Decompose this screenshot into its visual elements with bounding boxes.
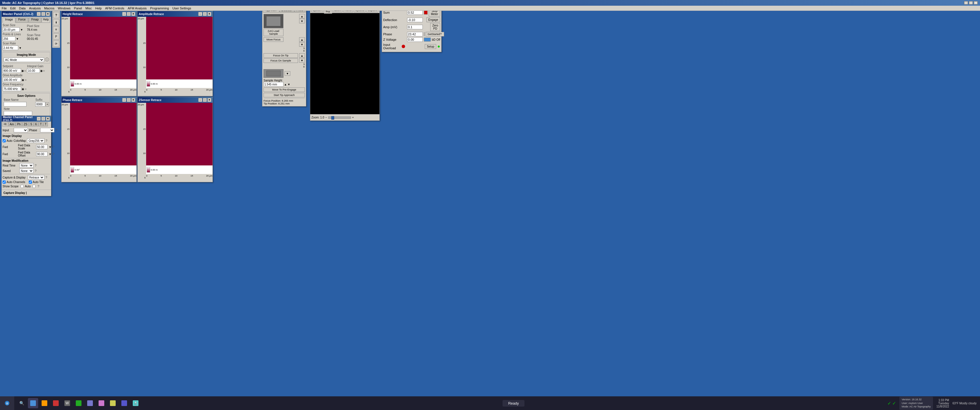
- ch-tab-ph[interactable]: Ph: [16, 122, 22, 126]
- pr-close-btn[interactable]: ✕: [131, 98, 135, 102]
- arrow-down3-btn[interactable]: ▼: [299, 58, 305, 63]
- menu-macros[interactable]: Macros: [43, 6, 56, 10]
- scan-rate-input[interactable]: [3, 46, 18, 50]
- ch-tab-t2[interactable]: T: [43, 122, 48, 126]
- deflection-input[interactable]: [407, 17, 423, 22]
- ar-close-btn[interactable]: ✕: [207, 12, 212, 16]
- menu-data[interactable]: Data: [18, 6, 27, 10]
- ch-tab-6[interactable]: 6: [34, 122, 38, 126]
- drive-amplitude-input[interactable]: [3, 78, 21, 82]
- taskbar-icon3[interactable]: [51, 398, 61, 408]
- move-pre-engage-btn[interactable]: Move To Pre-Engage: [264, 87, 305, 92]
- tab-fmap[interactable]: Fmap: [29, 17, 41, 23]
- start-tip-approach-btn[interactable]: Start Tip Approach: [264, 93, 305, 97]
- drive-amp-radio2[interactable]: ○: [25, 78, 27, 81]
- setup-btn[interactable]: Setup: [425, 44, 436, 49]
- fwd-offset-input[interactable]: [36, 152, 48, 156]
- ar-min-btn[interactable]: ─: [198, 12, 202, 16]
- sum-input[interactable]: [407, 10, 423, 15]
- zvoltage-input[interactable]: [407, 37, 423, 42]
- sample-height-arrow2[interactable]: ▼: [288, 83, 290, 86]
- auto-scope-checkbox[interactable]: [32, 185, 36, 188]
- menu-misc[interactable]: Misc: [84, 6, 94, 10]
- menu-usersettings[interactable]: User Settings: [171, 6, 193, 10]
- suffix-add-btn[interactable]: +: [46, 102, 49, 106]
- scan-size-input[interactable]: [3, 27, 20, 32]
- pr-max-btn[interactable]: □: [127, 98, 131, 102]
- menu-file[interactable]: File: [0, 6, 8, 10]
- menu-afmanalysis[interactable]: AFM Analysis: [126, 6, 148, 10]
- drive-freq-radio2[interactable]: ○: [25, 87, 27, 91]
- menu-panel[interactable]: Panel: [72, 6, 84, 10]
- zoom-slider[interactable]: [328, 116, 351, 119]
- master-minimize-btn[interactable]: ─: [37, 12, 41, 16]
- arrow-up2-btn[interactable]: ▲: [299, 37, 305, 42]
- amp-input[interactable]: [407, 25, 423, 29]
- cp-close-btn[interactable]: ✕: [46, 117, 50, 121]
- tab-image[interactable]: Image: [3, 17, 15, 23]
- phase-sum-input[interactable]: [407, 32, 423, 37]
- cp-min-btn[interactable]: ─: [37, 117, 41, 121]
- realtime-select[interactable]: None: [19, 163, 33, 168]
- cp-max-btn[interactable]: □: [41, 117, 45, 121]
- height-retrace-titlebar[interactable]: Height Retrace ─ □ ✕: [62, 11, 137, 17]
- sample-height-input[interactable]: [264, 82, 283, 87]
- arrow-down2-btn[interactable]: ▼: [299, 42, 305, 47]
- auto-checkbox[interactable]: [3, 139, 6, 142]
- toolbar-path-icon[interactable]: ⟳: [53, 40, 59, 47]
- taskbar-icon6[interactable]: [85, 398, 95, 408]
- ch-tab-t1[interactable]: T: [38, 122, 43, 126]
- taskbar-start-btn[interactable]: ⊞: [0, 396, 14, 410]
- tab-force[interactable]: Force: [16, 17, 29, 23]
- taskbar-icon8[interactable]: [108, 398, 118, 408]
- taskbar-icon4[interactable]: W: [62, 398, 72, 408]
- master-restore-btn[interactable]: □: [41, 12, 45, 16]
- zr-min-btn[interactable]: ─: [198, 98, 202, 102]
- restore-btn[interactable]: □: [969, 1, 973, 5]
- ch-tab-ht[interactable]: Ht: [2, 122, 8, 126]
- note-input[interactable]: [4, 111, 32, 116]
- drive-freq-radio[interactable]: ◉: [22, 87, 24, 91]
- ch-tab-5[interactable]: 5: [29, 122, 33, 126]
- focus-on-sample-btn[interactable]: Focus On Sample: [264, 58, 298, 63]
- arrow-up3-btn[interactable]: ▲: [299, 53, 305, 58]
- drive-frequency-input[interactable]: [3, 87, 21, 91]
- arrow-down-btn[interactable]: ▼: [299, 19, 305, 23]
- toolbar-list-icon[interactable]: ≡: [53, 26, 59, 32]
- toolbar-thermal-icon[interactable]: 🌡: [53, 19, 59, 25]
- toolbar-help-icon[interactable]: ?: [53, 12, 59, 18]
- saved-select[interactable]: None: [19, 168, 33, 173]
- sample-height-arrow[interactable]: ▲: [284, 83, 287, 86]
- integral-radio2[interactable]: ○: [43, 69, 45, 72]
- taskbar-icon2[interactable]: [39, 398, 49, 408]
- engage-right-btn[interactable]: Engage: [426, 17, 440, 22]
- amplitude-retrace-titlebar[interactable]: Amplitude Retrace ─ □ ✕: [138, 11, 213, 17]
- phase-ch-select[interactable]: [40, 128, 54, 132]
- fwd-scale-input[interactable]: [36, 145, 48, 149]
- phase-retrace-titlebar[interactable]: Phase Retrace ─ □ ✕: [62, 97, 137, 103]
- drive-amp-radio[interactable]: ◉: [22, 78, 24, 81]
- ch-tab-zs[interactable]: ZS: [22, 122, 29, 126]
- auto-tile-checkbox[interactable]: [29, 181, 32, 184]
- arrow-down4-btn[interactable]: ▼: [285, 71, 290, 76]
- focus-on-tip-btn[interactable]: Focus On Tip: [264, 53, 298, 58]
- colormap-select[interactable]: Gray256: [27, 138, 45, 143]
- setpoint-input[interactable]: [3, 68, 21, 73]
- show-scope-checkbox[interactable]: [21, 185, 24, 188]
- taskbar-icon7[interactable]: [96, 398, 107, 408]
- zsensor-retrace-titlebar[interactable]: ZSensor Retrace ─ □ ✕: [138, 97, 213, 103]
- suffix-input[interactable]: [35, 102, 45, 106]
- hr-min-btn[interactable]: ─: [122, 12, 126, 16]
- integral-gain-input[interactable]: [27, 68, 40, 73]
- ar-max-btn[interactable]: □: [203, 12, 207, 16]
- getstarted-btn[interactable]: GetStarted**: [426, 32, 444, 37]
- master-panel-titlebar[interactable]: Master Panel (Ctrl-J) ─ □ ✕: [2, 11, 51, 17]
- taskbar-icon9[interactable]: [119, 398, 129, 408]
- setpoint-radio[interactable]: ◉: [21, 69, 24, 72]
- menu-edit[interactable]: Edit: [8, 6, 18, 10]
- hr-max-btn[interactable]: □: [127, 12, 131, 16]
- input-select[interactable]: [14, 128, 28, 132]
- imaging-mode-select[interactable]: AC Mode: [4, 57, 44, 62]
- taskbar-icon10[interactable]: 🔬: [130, 398, 141, 408]
- help-btn[interactable]: Help: [41, 17, 50, 23]
